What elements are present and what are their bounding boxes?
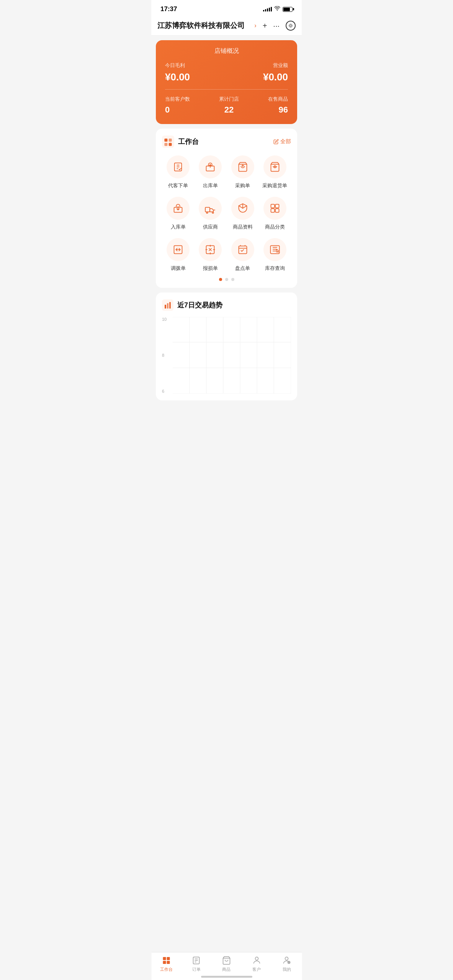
icon-product-info[interactable]: 商品资料 xyxy=(227,197,259,230)
supplier-icon xyxy=(205,203,216,214)
store-overview-card: 店铺概况 今日毛利 ¥0.00 营业额 ¥0.00 当前客户数 0 累计门店 2… xyxy=(156,40,297,124)
svg-rect-20 xyxy=(271,204,274,208)
trend-section-icon xyxy=(162,299,173,311)
outbound-icon xyxy=(205,162,216,172)
workbench-title-group: 工作台 xyxy=(162,136,199,148)
icon-circle-transfer xyxy=(167,238,190,261)
svg-point-2 xyxy=(291,26,291,26)
trend-chart: 10 8 6 xyxy=(162,317,291,394)
icon-inventory[interactable]: 盘点单 xyxy=(227,238,259,272)
damage-icon xyxy=(205,244,216,255)
camera-button[interactable] xyxy=(286,21,296,31)
y-axis: 10 8 6 xyxy=(162,317,170,394)
workbench-icon-grid: 代客下单 出库单 xyxy=(162,155,291,272)
svg-rect-3 xyxy=(162,136,174,148)
inbound-icon xyxy=(173,203,183,214)
icon-label-inventory: 盘点单 xyxy=(235,265,250,272)
dot-3[interactable] xyxy=(231,278,234,281)
workbench-icon xyxy=(162,136,174,148)
icon-label-inbound: 入库单 xyxy=(171,224,186,230)
icon-stock-query[interactable]: 库存查询 xyxy=(259,238,291,272)
icon-circle-outbound xyxy=(199,155,222,178)
gross-profit-value: ¥0.00 xyxy=(165,71,190,83)
icon-purchase-return[interactable]: 采购退货单 xyxy=(259,155,291,189)
revenue-value: ¥0.00 xyxy=(263,71,288,83)
icon-damage[interactable]: 报损单 xyxy=(194,238,226,272)
all-link[interactable]: 全部 xyxy=(273,138,291,145)
icon-supplier[interactable]: 供应商 xyxy=(194,197,226,230)
gross-profit-label: 今日毛利 xyxy=(165,62,190,69)
trend-title-group: 近7日交易趋势 xyxy=(162,299,291,311)
icon-product-category[interactable]: 商品分类 xyxy=(259,197,291,230)
revenue-label: 营业额 xyxy=(273,62,288,69)
arrow-icon[interactable]: › xyxy=(254,22,256,29)
icon-label-supplier: 供应商 xyxy=(203,224,218,230)
dot-2[interactable] xyxy=(225,278,228,281)
purchase-icon xyxy=(237,162,248,172)
overview-top-row: 今日毛利 ¥0.00 营业额 ¥0.00 xyxy=(165,62,288,83)
svg-rect-33 xyxy=(169,302,171,309)
icon-label-purchase: 采购单 xyxy=(235,182,250,189)
icon-circle-product-info xyxy=(231,197,254,220)
purchase-return-icon xyxy=(270,162,280,172)
icon-outbound[interactable]: 出库单 xyxy=(194,155,226,189)
on-sale-value: 96 xyxy=(279,105,288,115)
status-icons xyxy=(263,6,293,12)
y-label-6: 6 xyxy=(162,389,170,394)
agent-order-icon xyxy=(173,162,183,172)
on-sale-col: 在售商品 96 xyxy=(268,96,288,115)
icon-circle-stock-query xyxy=(263,238,286,261)
company-name: 江苏博弈软件科技有限公司 xyxy=(157,21,254,31)
product-info-icon xyxy=(237,203,248,214)
inventory-icon xyxy=(237,244,248,255)
icon-label-product-info: 商品资料 xyxy=(233,224,253,230)
icon-inbound[interactable]: 入库单 xyxy=(162,197,194,230)
pagination-dots xyxy=(162,278,291,281)
icon-label-purchase-return: 采购退货单 xyxy=(262,182,287,189)
customer-count-value: 0 xyxy=(165,105,190,115)
icon-circle-agent-order xyxy=(167,155,190,178)
workbench-title: 工作台 xyxy=(178,137,199,146)
svg-point-17 xyxy=(206,212,208,214)
add-button[interactable]: + xyxy=(263,21,267,30)
store-overview-title: 店铺概况 xyxy=(165,47,288,55)
svg-rect-7 xyxy=(169,143,172,146)
svg-rect-28 xyxy=(270,246,279,254)
icon-label-agent-order: 代客下单 xyxy=(168,182,188,189)
y-label-8: 8 xyxy=(162,353,170,358)
store-count-value: 22 xyxy=(224,105,234,115)
icon-agent-order[interactable]: 代客下单 xyxy=(162,155,194,189)
on-sale-label: 在售商品 xyxy=(268,96,288,103)
header-actions: › + ··· xyxy=(254,21,296,31)
trend-title: 近7日交易趋势 xyxy=(177,301,222,310)
overview-divider xyxy=(165,89,288,90)
icon-circle-supplier xyxy=(199,197,222,220)
svg-rect-16 xyxy=(206,207,210,212)
trend-section: 近7日交易趋势 10 8 6 xyxy=(156,292,297,400)
status-bar: 17:37 xyxy=(151,0,302,16)
svg-point-18 xyxy=(213,212,214,214)
svg-rect-32 xyxy=(167,303,168,309)
workbench-header: 工作台 全部 xyxy=(162,136,291,148)
icon-label-product-category: 商品分类 xyxy=(265,224,285,230)
dot-1[interactable] xyxy=(219,278,222,281)
stock-query-icon xyxy=(270,244,280,255)
battery-icon xyxy=(283,7,293,12)
icon-purchase[interactable]: 采购单 xyxy=(227,155,259,189)
svg-rect-4 xyxy=(164,139,167,142)
icon-circle-purchase-return xyxy=(263,155,286,178)
svg-line-19 xyxy=(239,206,243,208)
more-button[interactable]: ··· xyxy=(273,21,280,30)
product-category-icon xyxy=(270,203,280,214)
icon-circle-inventory xyxy=(231,238,254,261)
transfer-icon xyxy=(173,244,183,255)
svg-rect-21 xyxy=(275,204,279,208)
svg-rect-6 xyxy=(164,143,167,146)
icon-label-damage: 报损单 xyxy=(203,265,218,272)
icon-transfer[interactable]: 调拨单 xyxy=(162,238,194,272)
svg-rect-31 xyxy=(165,305,166,309)
workbench-section: 工作台 全部 xyxy=(156,129,297,288)
signal-icon xyxy=(263,7,272,11)
gross-profit-col: 今日毛利 ¥0.00 xyxy=(165,62,190,83)
y-label-10: 10 xyxy=(162,317,170,322)
